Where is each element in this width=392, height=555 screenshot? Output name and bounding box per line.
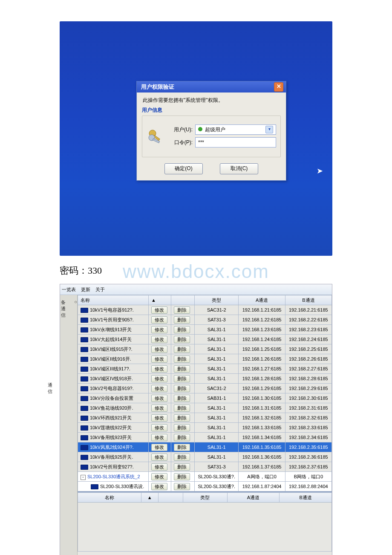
cell-a: A网络，端口0	[239, 472, 285, 482]
delete-button[interactable]: 删除	[174, 306, 190, 314]
side-tab-comm2[interactable]: 通信	[48, 382, 52, 555]
cell-a: 192.168.1.21:6185	[239, 305, 285, 315]
table-row[interactable]: 10kV大起线914开关修改删除SAL31-1192.168.1.24:6185…	[78, 335, 332, 344]
cell-b: 192.168.2.29:6185	[285, 384, 331, 393]
edit-button[interactable]: 修改	[151, 336, 167, 343]
cancel-button[interactable]: 取消(C)	[220, 163, 258, 174]
tree-expander-icon[interactable]: -	[81, 475, 86, 480]
edit-button[interactable]: 修改	[151, 414, 167, 422]
table-row[interactable]: 10kV永增线913开关修改删除SAL31-1192.168.1.23:6185…	[78, 325, 332, 335]
delete-button[interactable]: 删除	[174, 463, 190, 471]
edit-button[interactable]: 修改	[151, 316, 167, 324]
side-tab-1[interactable]: ○	[74, 299, 77, 555]
edit-button[interactable]: 修改	[151, 405, 167, 412]
table-row[interactable]: 10kV2号所用变927?.修改删除SAT31-3192.168.1.37:61…	[78, 462, 332, 472]
cell-a: 192.168.1.35:6185	[239, 442, 285, 452]
tree-row[interactable]: SL200-SL330通讯设.修改删除SL200-SL330通?.192.168…	[78, 482, 332, 491]
edit-button[interactable]: 修改	[151, 365, 167, 373]
delete-button[interactable]: 删除	[174, 395, 190, 402]
edit-button[interactable]: 修改	[151, 395, 167, 402]
col-b[interactable]: B通道	[285, 295, 331, 305]
edit-button[interactable]: 修改	[151, 346, 167, 353]
table-row[interactable]: 10kV城区IV线918开.修改删除SAL31-1192.168.1.28:61…	[78, 374, 332, 384]
cell-b: 192.168.2.28:6185	[285, 374, 331, 384]
toolbar-refresh[interactable]: 更新	[81, 286, 90, 293]
app-toolbar: 一览表 更新 关于	[60, 284, 332, 295]
edit-button[interactable]: 修改	[151, 306, 167, 314]
chevron-down-icon[interactable]: ▾	[265, 126, 273, 133]
table-row[interactable]: 10kV备用线923开关修改删除SAL31-1192.168.1.34:6185…	[78, 433, 332, 442]
cell-a: 192.168.1.32:6185	[239, 413, 285, 423]
sub-col-type[interactable]: 类型	[183, 493, 227, 503]
cell-type: SAC31-2	[195, 305, 239, 315]
close-icon[interactable]: ✕	[274, 82, 283, 92]
sub-col-sort[interactable]: ▲	[141, 493, 158, 503]
delete-button[interactable]: 删除	[174, 346, 190, 353]
edit-button[interactable]: 修改	[151, 444, 167, 451]
cell-a: 192.168.1.24:6185	[239, 335, 285, 344]
table-row[interactable]: 10kV备用线925开关.修改删除SAL31-1192.168.1.36:618…	[78, 452, 332, 462]
device-icon	[81, 406, 88, 411]
table-row[interactable]: 10kV城区I线915开?.修改删除SAL31-1192.168.1.25:61…	[78, 344, 332, 354]
table-row[interactable]: 10kV城区III线917?.修改删除SAL31-1192.168.1.27:6…	[78, 364, 332, 374]
cell-type: SAT31-3	[195, 315, 239, 325]
keys-icon	[147, 127, 164, 145]
device-icon	[81, 357, 88, 362]
toolbar-list[interactable]: 一览表	[62, 286, 76, 293]
delete-button[interactable]: 删除	[174, 444, 190, 451]
delete-button[interactable]: 删除	[174, 414, 190, 422]
user-dropdown[interactable]: 超级用户 ▾	[195, 124, 276, 135]
side-tab-comm1[interactable]: 备通信	[61, 299, 66, 555]
col-type[interactable]: 类型	[195, 295, 239, 305]
table-row[interactable]: 10kV鱼花场线920开.修改删除SAL31-1192.168.1.31:618…	[78, 403, 332, 413]
cell-type: SAL31-1	[195, 413, 239, 423]
edit-button[interactable]: 修改	[151, 375, 167, 382]
delete-button[interactable]: 删除	[174, 316, 190, 324]
toolbar-about[interactable]: 关于	[95, 286, 105, 293]
delete-button[interactable]: 删除	[174, 434, 190, 441]
sub-col-b[interactable]: B通道	[280, 493, 332, 503]
table-row[interactable]: 10kV凤凰2线924开?.修改删除SAL31-1192.168.1.35:61…	[78, 442, 332, 452]
delete-button[interactable]: 删除	[174, 385, 190, 392]
edit-button[interactable]: 修改	[151, 483, 167, 490]
ok-button[interactable]: 确定(O)	[164, 163, 203, 174]
password-input[interactable]: ***	[195, 137, 276, 147]
device-icon	[81, 425, 88, 431]
edit-button[interactable]: 修改	[151, 454, 167, 461]
col-name[interactable]: 名称	[78, 295, 149, 305]
tree-row[interactable]: -SL200-SL330通讯系统_2修改删除SL200-SL330通?.A网络，…	[78, 472, 332, 482]
watermark-text: www.bdocx.com	[0, 261, 392, 282]
delete-button[interactable]: 删除	[174, 356, 190, 363]
delete-button[interactable]: 删除	[174, 454, 190, 461]
delete-button[interactable]: 删除	[174, 483, 190, 490]
table-row[interactable]: 10kV城区II线916开.修改删除SAL31-1192.168.1.26:61…	[78, 354, 332, 364]
edit-button[interactable]: 修改	[151, 356, 167, 363]
table-row[interactable]: 10kV莲塘线922开关修改删除SAL31-1192.168.1.33:6185…	[78, 423, 332, 433]
edit-button[interactable]: 修改	[151, 326, 167, 333]
col-a[interactable]: A通道	[239, 295, 285, 305]
delete-button[interactable]: 删除	[174, 326, 190, 333]
cell-a: 192.168.1.29:6185	[239, 384, 285, 393]
cell-type: SAL31-1	[195, 374, 239, 384]
sub-col-name[interactable]: 名称	[78, 493, 141, 503]
delete-button[interactable]: 删除	[174, 405, 190, 412]
edit-button[interactable]: 修改	[151, 463, 167, 471]
delete-button[interactable]: 删除	[174, 424, 190, 431]
table-row[interactable]: 10kV1号电容器912?.修改删除SAC31-2192.168.1.21:61…	[78, 305, 332, 315]
edit-button[interactable]: 修改	[151, 473, 167, 480]
table-row[interactable]: 10kV环西线921开关修改删除SAL31-1192.168.1.32:6185…	[78, 413, 332, 423]
delete-button[interactable]: 删除	[174, 375, 190, 382]
edit-button[interactable]: 修改	[151, 385, 167, 392]
col-sort[interactable]: ▲	[148, 295, 171, 305]
cell-type: SAT31-3	[195, 462, 239, 472]
delete-button[interactable]: 删除	[174, 365, 190, 373]
table-row[interactable]: 10kV1号所用变905?.修改删除SAT31-3192.168.1.22:61…	[78, 315, 332, 325]
delete-button[interactable]: 删除	[174, 473, 190, 480]
user-info-fieldset: 用户(U): 超级用户 ▾ 口令(P): ***	[142, 116, 281, 157]
table-row[interactable]: 10kV分段备自投装置修改删除SAB31-1192.168.1.30:61851…	[78, 393, 332, 403]
edit-button[interactable]: 修改	[151, 424, 167, 431]
delete-button[interactable]: 删除	[174, 336, 190, 343]
edit-button[interactable]: 修改	[151, 434, 167, 441]
table-row[interactable]: 10kV2号电容器919?.修改删除SAC31-2192.168.1.29:61…	[78, 384, 332, 393]
sub-col-a[interactable]: A通道	[227, 493, 280, 503]
